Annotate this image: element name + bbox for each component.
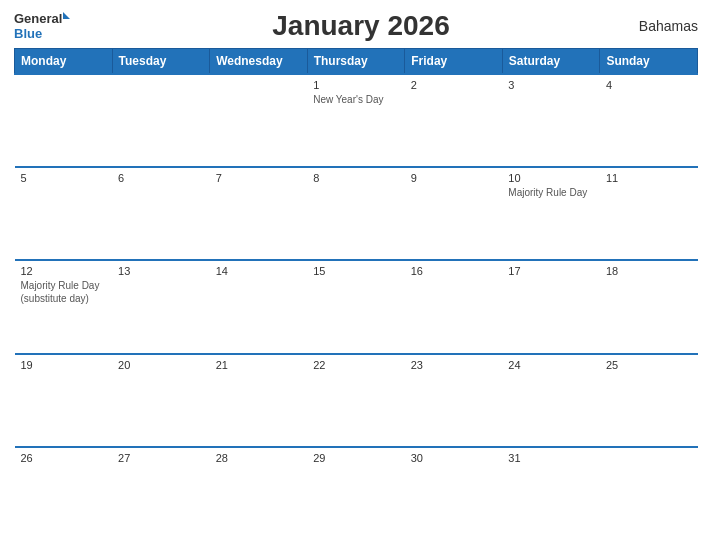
day-number: 9	[411, 172, 497, 184]
calendar-cell: 14	[210, 260, 308, 353]
calendar-cell: 22	[307, 354, 405, 447]
calendar-cell: 19	[15, 354, 113, 447]
logo-general: General	[14, 11, 62, 26]
day-number: 1	[313, 79, 399, 91]
calendar-cell: 11	[600, 167, 698, 260]
weekday-header-friday: Friday	[405, 49, 503, 75]
day-number: 20	[118, 359, 204, 371]
calendar-cell: 9	[405, 167, 503, 260]
week-row-3: 12Majority Rule Day (substitute day)1314…	[15, 260, 698, 353]
logo: General Blue	[14, 11, 94, 41]
calendar-cell	[600, 447, 698, 540]
day-number: 5	[21, 172, 107, 184]
calendar-cell: 1New Year's Day	[307, 74, 405, 167]
calendar-cell: 15	[307, 260, 405, 353]
day-number: 10	[508, 172, 594, 184]
calendar-cell: 16	[405, 260, 503, 353]
day-number: 7	[216, 172, 302, 184]
calendar-cell: 29	[307, 447, 405, 540]
calendar-cell: 21	[210, 354, 308, 447]
day-number: 31	[508, 452, 594, 464]
day-number: 6	[118, 172, 204, 184]
day-number: 19	[21, 359, 107, 371]
calendar-table: MondayTuesdayWednesdayThursdayFridaySatu…	[14, 48, 698, 540]
day-number: 28	[216, 452, 302, 464]
calendar-cell: 30	[405, 447, 503, 540]
calendar-cell: 2	[405, 74, 503, 167]
day-number: 12	[21, 265, 107, 277]
calendar-cell: 20	[112, 354, 210, 447]
calendar-cell: 24	[502, 354, 600, 447]
calendar-title: January 2026	[94, 10, 628, 42]
day-number: 21	[216, 359, 302, 371]
calendar-cell: 5	[15, 167, 113, 260]
header: General Blue January 2026 Bahamas	[14, 10, 698, 42]
calendar-cell: 10Majority Rule Day	[502, 167, 600, 260]
day-number: 25	[606, 359, 692, 371]
day-number: 23	[411, 359, 497, 371]
day-number: 29	[313, 452, 399, 464]
calendar-cell: 26	[15, 447, 113, 540]
calendar-cell: 3	[502, 74, 600, 167]
week-row-5: 262728293031	[15, 447, 698, 540]
calendar-cell: 25	[600, 354, 698, 447]
calendar-page: General Blue January 2026 Bahamas Monday…	[0, 0, 712, 550]
weekday-header-sunday: Sunday	[600, 49, 698, 75]
day-number: 17	[508, 265, 594, 277]
holiday-label: New Year's Day	[313, 93, 399, 106]
weekday-header-monday: Monday	[15, 49, 113, 75]
calendar-cell: 6	[112, 167, 210, 260]
day-number: 30	[411, 452, 497, 464]
calendar-cell: 18	[600, 260, 698, 353]
calendar-cell: 4	[600, 74, 698, 167]
calendar-cell: 23	[405, 354, 503, 447]
day-number: 16	[411, 265, 497, 277]
logo-blue: Blue	[14, 26, 42, 41]
day-number: 8	[313, 172, 399, 184]
day-number: 18	[606, 265, 692, 277]
day-number: 26	[21, 452, 107, 464]
weekday-header-thursday: Thursday	[307, 49, 405, 75]
holiday-label: Majority Rule Day (substitute day)	[21, 279, 107, 305]
weekday-header-tuesday: Tuesday	[112, 49, 210, 75]
day-number: 13	[118, 265, 204, 277]
week-row-4: 19202122232425	[15, 354, 698, 447]
country-label: Bahamas	[628, 18, 698, 34]
calendar-cell: 8	[307, 167, 405, 260]
day-number: 2	[411, 79, 497, 91]
calendar-cell: 17	[502, 260, 600, 353]
day-number: 24	[508, 359, 594, 371]
day-number: 14	[216, 265, 302, 277]
calendar-cell: 28	[210, 447, 308, 540]
calendar-cell	[15, 74, 113, 167]
week-row-1: 1New Year's Day234	[15, 74, 698, 167]
day-number: 27	[118, 452, 204, 464]
week-row-2: 5678910Majority Rule Day11	[15, 167, 698, 260]
holiday-label: Majority Rule Day	[508, 186, 594, 199]
weekday-header-wednesday: Wednesday	[210, 49, 308, 75]
calendar-cell: 13	[112, 260, 210, 353]
calendar-cell: 12Majority Rule Day (substitute day)	[15, 260, 113, 353]
day-number: 15	[313, 265, 399, 277]
day-number: 4	[606, 79, 692, 91]
logo-triangle-icon	[63, 12, 70, 19]
calendar-cell	[210, 74, 308, 167]
calendar-cell: 27	[112, 447, 210, 540]
day-number: 22	[313, 359, 399, 371]
day-number: 11	[606, 172, 692, 184]
calendar-cell: 7	[210, 167, 308, 260]
calendar-cell: 31	[502, 447, 600, 540]
weekday-header-saturday: Saturday	[502, 49, 600, 75]
weekday-header-row: MondayTuesdayWednesdayThursdayFridaySatu…	[15, 49, 698, 75]
day-number: 3	[508, 79, 594, 91]
calendar-cell	[112, 74, 210, 167]
